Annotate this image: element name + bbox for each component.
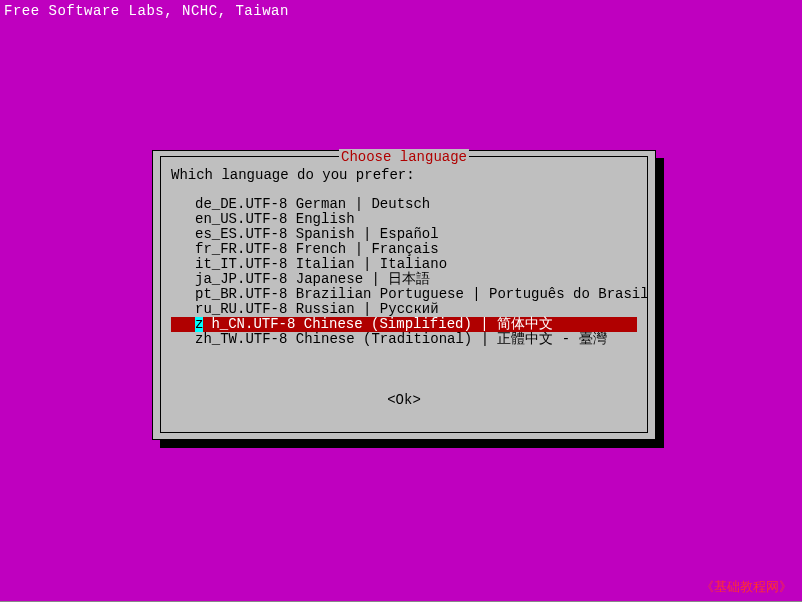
language-option[interactable]: ja_JP.UTF-8 Japanese | 日本語 bbox=[171, 272, 637, 287]
language-list: de_DE.UTF-8 German | Deutschen_US.UTF-8 … bbox=[171, 197, 637, 347]
language-option[interactable]: de_DE.UTF-8 German | Deutsch bbox=[171, 197, 637, 212]
dialog-frame: Choose language Which language do you pr… bbox=[160, 156, 648, 433]
language-option[interactable]: en_US.UTF-8 English bbox=[171, 212, 637, 227]
language-option[interactable]: pt_BR.UTF-8 Brazilian Portuguese | Portu… bbox=[171, 287, 637, 302]
ok-button[interactable]: <Ok> bbox=[387, 392, 421, 408]
language-dialog: Choose language Which language do you pr… bbox=[152, 150, 656, 440]
header-text: Free Software Labs, NCHC, Taiwan bbox=[4, 3, 289, 19]
language-option[interactable]: es_ES.UTF-8 Spanish | Español bbox=[171, 227, 637, 242]
dialog-prompt: Which language do you prefer: bbox=[171, 167, 415, 183]
footer-watermark: 《基础教程网》 bbox=[701, 578, 792, 596]
language-option[interactable]: z h_CN.UTF-8 Chinese (Simplified) | 简体中文 bbox=[171, 317, 637, 332]
language-option[interactable]: zh_TW.UTF-8 Chinese (Traditional) | 正體中文… bbox=[171, 332, 637, 347]
language-option[interactable]: fr_FR.UTF-8 French | Français bbox=[171, 242, 637, 257]
cursor-icon: z bbox=[195, 317, 203, 332]
language-option[interactable]: it_IT.UTF-8 Italian | Italiano bbox=[171, 257, 637, 272]
dialog-title: Choose language bbox=[339, 149, 469, 165]
language-option[interactable]: ru_RU.UTF-8 Russian | Русский bbox=[171, 302, 637, 317]
language-label: h_CN.UTF-8 Chinese (Simplified) | 简体中文 bbox=[203, 316, 553, 332]
